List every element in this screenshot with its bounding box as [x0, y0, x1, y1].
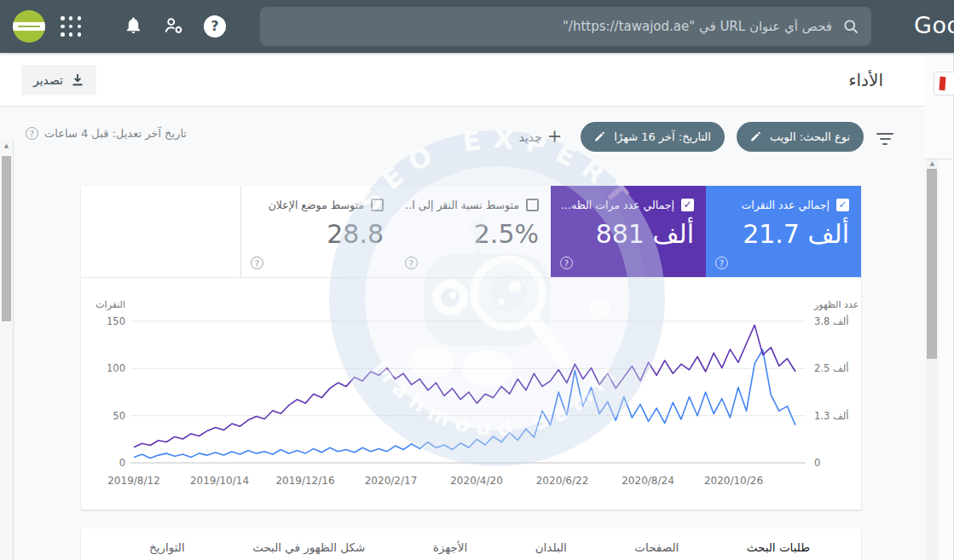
svg-text:2020/6/22: 2020/6/22 — [536, 475, 589, 487]
google-apps-icon[interactable] — [60, 16, 81, 38]
metric-value: 2.5% — [404, 219, 539, 249]
notifications-bell-icon[interactable] — [124, 14, 143, 39]
metric-value: 28.8 — [250, 219, 384, 249]
scrollbar-thumb[interactable] — [2, 156, 11, 321]
svg-text:50: 50 — [113, 410, 125, 422]
top-app-bar: ? Goo — [0, 0, 954, 53]
metric-value: 21.7 ألف — [714, 219, 849, 249]
tab-search-appearance[interactable]: شكل الظهور في البحث — [252, 528, 365, 560]
svg-text:100: 100 — [107, 362, 125, 374]
metric-label: إجمالي عدد مرات الظه... — [561, 199, 674, 211]
svg-text:2019/8/12: 2019/8/12 — [107, 475, 160, 487]
svg-text:2020/8/24: 2020/8/24 — [622, 475, 674, 487]
help-circle-icon[interactable]: ? — [26, 127, 38, 140]
last-updated-text: تاريخ آخر تعديل: قبل 4 ساعات — [44, 127, 187, 140]
tab-dates[interactable]: التواريخ — [149, 528, 185, 560]
url-inspect-input[interactable] — [272, 18, 834, 35]
new-filter-label: جديد — [519, 130, 542, 144]
checkbox-unchecked-icon[interactable] — [526, 199, 539, 211]
page-header: الأداء تصدير — [0, 53, 925, 107]
svg-text:2019/12/16: 2019/12/16 — [275, 475, 334, 487]
svg-text:0: 0 — [119, 457, 125, 469]
url-inspect-searchbox — [260, 7, 871, 46]
checkbox-checked-icon[interactable]: ✓ — [836, 199, 849, 211]
help-circle-icon[interactable]: ? — [560, 257, 573, 269]
metric-label: متوسط موضع الإعلان — [269, 199, 364, 211]
metric-value: 881 ألف — [559, 219, 694, 249]
search-type-chip-label: نوع البحث: الويب — [770, 130, 850, 143]
checkbox-unchecked-icon[interactable] — [371, 199, 384, 211]
svg-text:1.3 ألف: 1.3 ألف — [814, 409, 849, 422]
svg-text:النقرات: النقرات — [95, 299, 125, 310]
dimension-tabs: طلبات البحث الصفحات البلدان الأجهزة شكل … — [81, 528, 861, 560]
svg-text:2.5 ألف: 2.5 ألف — [814, 361, 849, 374]
date-range-chip-label: التاريخ: آخر 16 شهرًا — [614, 130, 711, 143]
search-icon — [842, 18, 859, 35]
metric-tiles: ✓ إجمالي عدد النقرات 21.7 ألف ? ✓ إجمالي… — [240, 186, 861, 277]
right-scrollbar[interactable]: ▲ ▼ — [926, 159, 939, 560]
filter-bar: نوع البحث: الويب التاريخ: آخر 16 شهرًا +… — [14, 107, 925, 165]
svg-text:0: 0 — [814, 457, 820, 469]
checkbox-checked-icon[interactable]: ✓ — [681, 199, 694, 211]
page-title: الأداء — [848, 70, 883, 90]
edit-pencil-icon — [750, 131, 761, 142]
export-label: تصدير — [33, 73, 63, 87]
account-avatar[interactable] — [13, 10, 45, 43]
help-circle-icon[interactable]: ? — [251, 257, 263, 269]
metric-tile-average-position[interactable]: متوسط موضع الإعلان 28.8 ? — [240, 186, 396, 277]
left-scrollbar[interactable]: ▲ — [0, 139, 14, 560]
scrollbar-thumb[interactable] — [927, 169, 937, 359]
filter-icon[interactable] — [876, 133, 894, 147]
metric-tile-total-clicks[interactable]: ✓ إجمالي عدد النقرات 21.7 ألف ? — [706, 186, 861, 277]
help-circle-icon[interactable]: ? — [715, 257, 728, 269]
metric-label: متوسط نسبة النقر إلى ا... — [404, 199, 519, 211]
metric-tile-total-impressions[interactable]: ✓ إجمالي عدد مرات الظه... 881 ألف ? — [551, 186, 706, 277]
tab-countries[interactable]: البلدان — [535, 528, 567, 560]
svg-text:عدد الظهور: عدد الظهور — [813, 299, 859, 310]
svg-text:3.8 ألف: 3.8 ألف — [814, 315, 849, 327]
search-type-chip[interactable]: نوع البحث: الويب — [737, 122, 864, 152]
metric-label: إجمالي عدد النقرات — [741, 199, 830, 211]
svg-text:2020/10/26: 2020/10/26 — [704, 475, 763, 487]
help-circle-icon[interactable]: ? — [405, 257, 418, 269]
download-icon — [71, 73, 84, 87]
edit-pencil-icon — [594, 131, 605, 142]
right-side-strip: ▲ ▼ — [925, 53, 954, 560]
metric-tile-average-ctr[interactable]: متوسط نسبة النقر إلى ا... 2.5% ? — [396, 186, 551, 277]
date-range-chip[interactable]: التاريخ: آخر 16 شهرًا — [581, 122, 725, 152]
line-chart: 1503.8 ألف1002.5 ألف501.3 ألف00النقراتعد… — [81, 277, 861, 510]
svg-text:150: 150 — [107, 315, 125, 327]
tab-queries[interactable]: طلبات البحث — [747, 528, 810, 560]
google-logo-partial: Goo — [914, 12, 954, 38]
scroll-up-arrow[interactable]: ▲ — [926, 159, 939, 168]
export-button[interactable]: تصدير — [21, 65, 96, 95]
manage-users-icon[interactable] — [163, 14, 185, 40]
svg-text:2020/4/20: 2020/4/20 — [450, 475, 503, 487]
svg-text:2019/10/14: 2019/10/14 — [190, 475, 249, 487]
search-console-performance-page: ? Goo الأداء تصدير ▲ ▼ ▲ — [0, 0, 954, 560]
help-icon[interactable]: ? — [204, 15, 226, 38]
tab-pages[interactable]: الصفحات — [634, 528, 679, 560]
svg-text:2020/2/17: 2020/2/17 — [365, 475, 418, 487]
plus-icon: + — [547, 128, 563, 146]
new-filter-button[interactable]: + جديد — [519, 128, 563, 146]
clicks-impressions-chart: 1503.8 ألف1002.5 ألف501.3 ألف00النقراتعد… — [81, 277, 861, 510]
scroll-up-arrow[interactable]: ▲ — [0, 139, 13, 153]
dimensions-table-card: طلبات البحث الصفحات البلدان الأجهزة شكل … — [81, 528, 861, 560]
clipped-red-icon — [934, 72, 954, 95]
tab-devices[interactable]: الأجهزة — [433, 528, 468, 560]
performance-chart-card: ✓ إجمالي عدد النقرات 21.7 ألف ? ✓ إجمالي… — [81, 186, 861, 510]
last-updated: تاريخ آخر تعديل: قبل 4 ساعات ? — [26, 127, 187, 140]
